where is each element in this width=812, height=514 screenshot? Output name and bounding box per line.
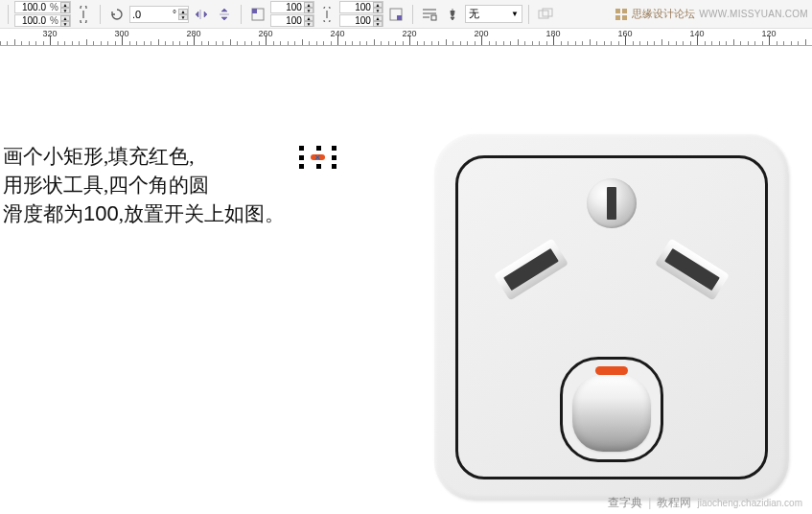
selection-center-mark: ✕ [314, 153, 321, 162]
corner-left-controls: ▲▼ ▲▼ [270, 1, 314, 27]
selection-handle-br[interactable] [332, 164, 336, 169]
rotation-down[interactable]: ▼ [178, 14, 188, 20]
corner-tl-down[interactable]: ▼ [304, 8, 313, 13]
selection-handle-bm[interactable] [316, 164, 321, 169]
svg-rect-10 [622, 15, 627, 20]
corner-tl-field[interactable] [271, 2, 304, 12]
svg-rect-1 [252, 9, 257, 13]
watermark-footer: 查字典 | 教程网 jiaocheng.chazidian.com [598, 491, 812, 514]
brand-url-label: WWW.MISSYUAN.COM [699, 9, 808, 19]
corner-br-field[interactable] [340, 15, 373, 26]
svg-rect-3 [397, 15, 402, 20]
socket-switch-recess [560, 357, 663, 462]
separator [412, 5, 413, 24]
svg-rect-9 [615, 15, 620, 20]
brand-forum-label: 思缘设计论坛 [632, 7, 695, 21]
mirror-horizontal-icon[interactable] [191, 4, 212, 25]
scale-y-unit: % [48, 15, 60, 26]
corner-right-controls: ▲▼ ▲▼ [339, 1, 383, 27]
ruler-label: 180 [545, 29, 560, 38]
selection-handle-bl[interactable] [299, 164, 304, 169]
footer-brand: 查字典 [608, 495, 642, 511]
ruler-label: 120 [761, 29, 776, 38]
selection-handle-mr[interactable] [332, 155, 336, 160]
footer-section: 教程网 [657, 495, 691, 511]
selection-handle-tr[interactable] [332, 146, 336, 151]
instruction-line3b: ,放置开关上如图。 [119, 202, 285, 225]
selected-red-rectangle[interactable]: ✕ [302, 149, 334, 166]
link-icon[interactable] [535, 4, 556, 25]
scale-x-field[interactable] [15, 2, 48, 12]
corner-br-down[interactable]: ▼ [373, 21, 383, 27]
rotation-field[interactable] [130, 9, 171, 20]
instruction-line3a: 滑度都为 [3, 202, 83, 225]
footer-url: jiaocheng.chazidian.com [697, 498, 802, 508]
scale-y-field[interactable] [15, 15, 48, 26]
switch-toggle [572, 375, 651, 452]
svg-rect-7 [615, 9, 620, 13]
instruction-line1: 画个小矩形,填充红色, [3, 145, 195, 168]
corner-tr-field[interactable] [340, 2, 373, 12]
corner-br-input[interactable]: ▲▼ [339, 14, 383, 27]
wrap-value: 无 [469, 7, 507, 21]
footer-divider: | [648, 496, 651, 509]
ruler-label: 160 [617, 29, 632, 38]
text-wrap-icon[interactable] [419, 4, 440, 25]
wrap-dropdown[interactable]: 无 ▼ [465, 5, 522, 23]
chevron-down-icon: ▼ [511, 10, 519, 18]
instruction-line2: 用形状工具,四个角的圆 [3, 171, 285, 199]
separator [8, 5, 9, 24]
selection-handle-tl[interactable] [299, 146, 304, 151]
corner-tr-down[interactable]: ▼ [373, 8, 383, 13]
svg-rect-5 [539, 11, 548, 18]
ruler-label: 320 [42, 29, 57, 38]
instruction-text: 画个小矩形,填充红色, 用形状工具,四个角的圆 滑度都为100,放置开关上如图。 [3, 142, 285, 228]
scale-x-input[interactable]: % ▲▼ [14, 1, 71, 13]
rotation-input[interactable]: ° ▲▼ [129, 6, 189, 23]
svg-rect-8 [622, 9, 627, 13]
brand-icon [615, 8, 628, 21]
svg-rect-6 [543, 9, 552, 16]
corner-tl-input[interactable]: ▲▼ [270, 1, 314, 13]
corner-lock-icon[interactable] [316, 4, 337, 25]
ruler-label: 300 [114, 29, 128, 38]
instruction-line3-num: 100 [83, 201, 119, 225]
corner-bl-down[interactable]: ▼ [304, 21, 313, 27]
canvas-area[interactable]: 画个小矩形,填充红色, 用形状工具,四个角的圆 滑度都为100,放置开关上如图。… [0, 46, 812, 514]
corner-tr-input[interactable]: ▲▼ [339, 1, 383, 13]
separator [528, 5, 529, 24]
selection-handle-ml[interactable] [299, 155, 304, 160]
rotation-icon [106, 4, 128, 25]
lock-ratio-icon[interactable] [73, 4, 94, 25]
svg-rect-4 [431, 15, 436, 20]
separator [241, 5, 242, 24]
scale-controls: % ▲▼ % ▲▼ [14, 1, 71, 27]
corner-bl-input[interactable]: ▲▼ [270, 14, 314, 27]
selection-handle-tm[interactable] [316, 146, 321, 151]
ruler-label: 220 [402, 29, 416, 38]
scale-y-input[interactable]: % ▲▼ [14, 14, 71, 27]
outline-icon[interactable] [442, 4, 463, 25]
ruler-label: 280 [186, 29, 200, 38]
ruler-label: 260 [258, 29, 272, 38]
switch-red-indicator [595, 366, 628, 375]
separator [100, 5, 101, 24]
rotation-unit: ° [171, 9, 178, 19]
horizontal-ruler[interactable]: 320300280260240220200180160140120100 [0, 29, 812, 46]
corner-tl-icon [247, 4, 268, 25]
socket-ground-hole [587, 178, 637, 228]
ruler-label: 140 [689, 29, 704, 38]
ruler-label: 240 [330, 29, 344, 38]
property-toolbar: % ▲▼ % ▲▼ ° ▲▼ ▲▼ ▲▼ [0, 0, 812, 29]
mirror-vertical-icon[interactable] [214, 4, 235, 25]
corner-bl-field[interactable] [271, 15, 304, 26]
scale-x-down[interactable]: ▼ [60, 8, 70, 13]
ruler-label: 200 [474, 29, 488, 38]
socket-illustration [434, 134, 789, 501]
scale-x-unit: % [48, 2, 60, 12]
brand-area: 思缘设计论坛 WWW.MISSYUAN.COM [615, 7, 808, 21]
ground-slot [607, 187, 616, 220]
scale-y-down[interactable]: ▼ [60, 21, 70, 27]
corner-br-icon [385, 4, 406, 25]
